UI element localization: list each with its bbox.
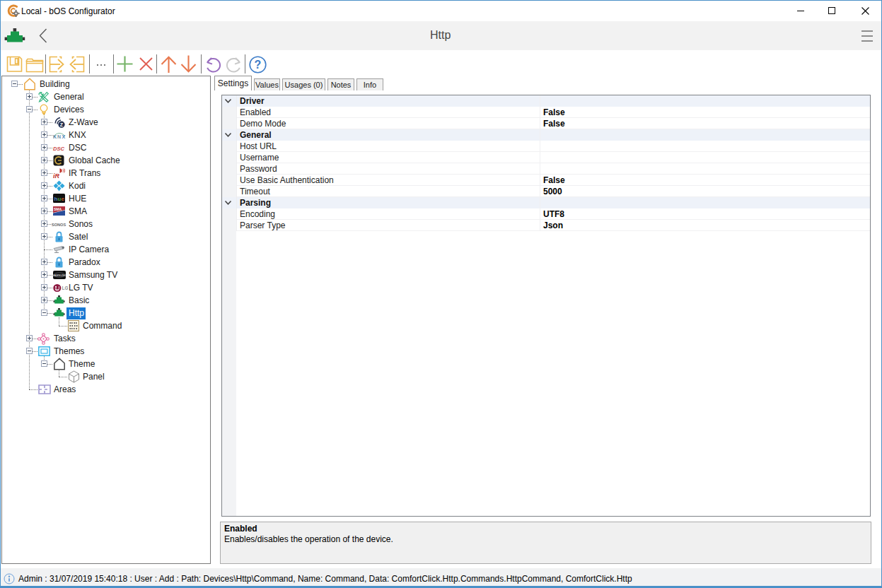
svg-text:e: e [62, 196, 65, 202]
svg-text:N: N [57, 134, 61, 139]
svg-text:iR: iR [53, 172, 60, 180]
svg-text:K: K [53, 134, 57, 139]
svg-text:LG: LG [62, 286, 69, 290]
svg-text:SMA: SMA [54, 207, 62, 211]
svg-text:Z: Z [60, 122, 64, 127]
svg-text:SONOS: SONOS [52, 223, 66, 227]
svg-text:SAMSUNG: SAMSUNG [53, 274, 66, 277]
svg-text:X: X [62, 134, 66, 139]
svg-text:?: ? [255, 59, 262, 71]
svg-text:DSC: DSC [53, 146, 64, 152]
